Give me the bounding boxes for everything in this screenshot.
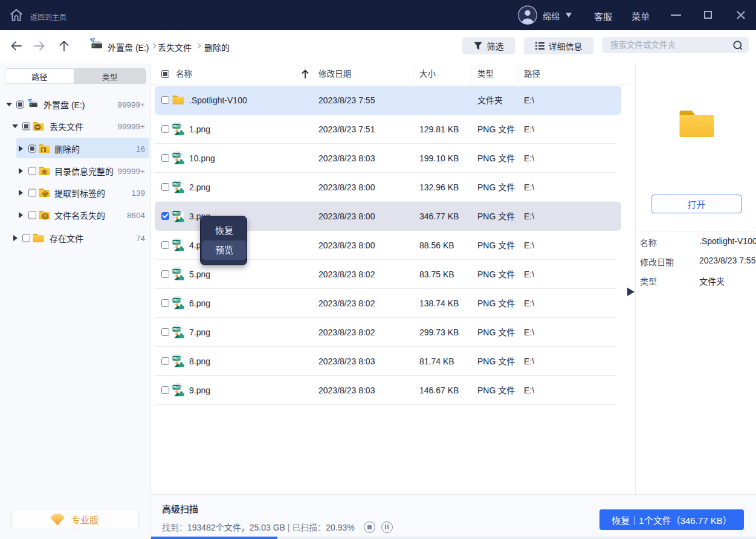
svg-text:PNG: PNG: [173, 299, 179, 302]
svg-text:PNG: PNG: [173, 328, 179, 331]
svg-text:?: ?: [44, 213, 47, 219]
svg-text:PNG: PNG: [173, 182, 179, 186]
svg-text:PNG: PNG: [173, 124, 179, 128]
svg-text:PNG: PNG: [173, 153, 179, 157]
svg-text:PNG: PNG: [173, 386, 179, 389]
svg-text:PNG: PNG: [173, 240, 179, 244]
svg-text:PNG: PNG: [173, 357, 179, 360]
svg-text:PNG: PNG: [173, 211, 179, 215]
svg-text:PNG: PNG: [173, 270, 179, 273]
